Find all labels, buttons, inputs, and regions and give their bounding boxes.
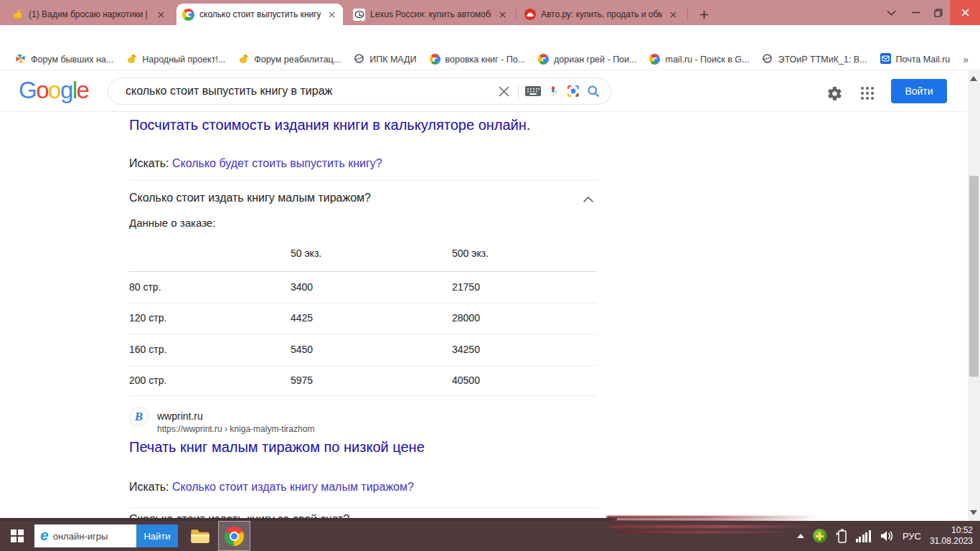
bookmark-label: ЭТОиР ТТМиК_1: В...	[778, 55, 867, 65]
new-tab-button[interactable]	[694, 5, 713, 24]
taskbar: e онлайн-игры Найти РУС 10:52	[0, 521, 980, 551]
tab-close-icon[interactable]	[326, 9, 337, 20]
file-explorer-button[interactable]	[184, 521, 216, 551]
tab-title: сколько стоит выпустить книгу в	[199, 9, 321, 19]
bookmark-ipk-madi[interactable]: ИПК МАДИ	[347, 51, 423, 68]
antivirus-icon[interactable]	[809, 521, 831, 551]
related-search-link[interactable]: Сколько будет стоить выпустить книгу?	[172, 157, 382, 169]
tab-search-chevron-icon[interactable]	[880, 0, 903, 25]
language-indicator[interactable]: РУС	[898, 521, 925, 551]
search-magnifier-icon[interactable]	[583, 81, 603, 101]
chrome-taskbar-button[interactable]	[218, 521, 250, 551]
restore-button[interactable]	[927, 0, 950, 25]
table-cell: 3400	[291, 281, 313, 293]
tab-close-icon[interactable]	[667, 9, 679, 20]
taskbar-search-text[interactable]: онлайн-игры	[53, 531, 136, 542]
tab-lexus[interactable]: Lexus Россия: купить автомобил	[347, 4, 514, 25]
table-row-label: 120 стр.	[129, 312, 166, 324]
start-button[interactable]	[0, 521, 34, 551]
search-query-text[interactable]: сколько стоит выпустить книгу в тираж	[126, 85, 494, 98]
network-signal-icon[interactable]	[852, 521, 875, 551]
taskbar-search-box[interactable]: e онлайн-игры Найти	[34, 524, 178, 547]
wallpaper-streak	[606, 516, 821, 519]
site-breadcrumb[interactable]: https://wwprint.ru › kniga-malym-tirazho…	[157, 424, 314, 434]
google-lens-icon[interactable]	[563, 81, 583, 101]
table-header-500: 500 экз.	[452, 248, 489, 259]
keyboard-icon[interactable]	[523, 81, 543, 101]
clock-date: 31.08.2023	[930, 536, 973, 547]
search-for-label: Искать:	[129, 157, 169, 169]
tab-close-icon[interactable]	[496, 9, 508, 20]
accordion-question-1[interactable]: Сколько стоит издать книгу малым тиражом…	[129, 192, 371, 204]
settings-gear-icon[interactable]	[825, 84, 844, 103]
scrollbar[interactable]	[968, 70, 980, 521]
lexus-favicon-icon	[353, 9, 365, 21]
bookmarks-bar: Форум бывших на... Народный проект!... Ф…	[0, 49, 980, 70]
tab-google-search[interactable]: сколько стоит выпустить книгу в	[176, 4, 343, 25]
bookmark-label: Почта Mail.ru	[896, 55, 951, 65]
scroll-down-icon[interactable]	[970, 510, 977, 515]
bookmark-label: дориан грей - Пои...	[554, 55, 636, 65]
bookmark-forum-reabilitac[interactable]: Форум реабилитац...	[232, 51, 347, 68]
bookmark-etoir[interactable]: ЭТОиР ТТМиК_1: В...	[755, 51, 873, 68]
bookmark-label: Народный проект!...	[142, 55, 225, 65]
voice-search-mic-icon[interactable]	[543, 81, 563, 101]
bookmark-mailru-search[interactable]: mail.ru - Поиск в G...	[643, 52, 755, 67]
google-apps-grid-icon[interactable]	[858, 84, 877, 103]
tab-separator	[687, 7, 688, 20]
google-favicon-icon	[649, 54, 660, 65]
divider	[129, 271, 597, 272]
google-favicon-icon	[538, 54, 549, 65]
scrollbar-thumb[interactable]	[969, 176, 979, 377]
google-search-header: Google сколько стоит выпустить книгу в т…	[0, 70, 968, 112]
table-row-label: 160 стр.	[129, 344, 166, 355]
google-logo[interactable]: Google	[19, 77, 88, 104]
desktop-screen: (1) Вадим бросаю наркотики | С сколько с…	[0, 0, 980, 551]
bookmark-dorian-grey[interactable]: дориан грей - Пои...	[532, 52, 643, 67]
wallpaper-streak	[616, 531, 802, 533]
tray-hidden-icons-chevron[interactable]	[793, 521, 809, 551]
clear-search-icon[interactable]	[494, 81, 514, 101]
bookmarks-overflow-chevron[interactable]: »	[958, 54, 973, 65]
folder-icon	[190, 528, 210, 545]
wwprint-favicon: B	[129, 407, 149, 426]
site-name[interactable]: wwprint.ru	[157, 410, 203, 422]
bookmark-pochta-mailru[interactable]: Почта Mail.ru	[874, 51, 957, 68]
battery-icon[interactable]	[831, 521, 852, 551]
ring-globe-icon	[762, 53, 773, 66]
bookmark-forum-byvshih[interactable]: Форум бывших на...	[9, 51, 120, 68]
taskbar-clock[interactable]: 10:52 31.08.2023	[925, 525, 980, 547]
related-search-row: Искать: Сколько будет стоить выпустить к…	[129, 157, 382, 170]
table-row-label: 200 стр.	[129, 375, 166, 386]
clock-time: 10:52	[930, 525, 973, 536]
bookmark-narodny-proekt[interactable]: Народный проект!...	[120, 51, 232, 68]
close-button[interactable]	[950, 0, 980, 25]
chrome-icon	[225, 527, 244, 546]
table-cell: 34250	[452, 344, 480, 355]
tab-forum[interactable]: (1) Вадим бросаю наркотики | С	[6, 4, 172, 25]
bookmark-vorovka-knig[interactable]: воровка книг - По...	[423, 52, 532, 67]
result-link-wwprint[interactable]: Печать книг малым тиражом по низкой цене	[129, 439, 425, 456]
volume-icon[interactable]	[875, 521, 898, 551]
tab-autoru[interactable]: Авто.ру: купить, продать и обме	[518, 4, 684, 25]
tab-separator	[516, 7, 517, 20]
accordion-question-2[interactable]: Сколько стоит издать книгу за свой счет?	[129, 513, 349, 518]
related-search-link[interactable]: Сколько стоит издать книгу малым тиражом…	[172, 481, 414, 493]
search-input[interactable]: сколько стоит выпустить книгу в тираж	[108, 77, 611, 105]
bookmark-label: mail.ru - Поиск в G...	[665, 55, 749, 65]
taskbar-find-button[interactable]: Найти	[136, 524, 178, 547]
duck-icon	[126, 53, 137, 66]
result-link-calculator[interactable]: Посчитать стоимость издания книги в каль…	[129, 117, 530, 133]
google-favicon-icon	[182, 9, 194, 21]
table-cell: 21750	[452, 281, 480, 293]
related-search-row: Искать: Сколько стоит издать книгу малым…	[129, 481, 414, 494]
minimize-button[interactable]	[904, 0, 927, 25]
signin-button[interactable]: Войти	[891, 79, 947, 103]
bookmark-label: воровка книг - По...	[446, 55, 526, 65]
search-results-page: Посчитать стоимость издания книги в каль…	[0, 112, 968, 518]
wallpaper-streak	[608, 525, 816, 528]
tab-close-icon[interactable]	[155, 9, 166, 20]
scroll-up-icon[interactable]	[970, 76, 977, 81]
google-favicon-icon	[430, 54, 440, 65]
chevron-up-icon[interactable]	[583, 193, 594, 204]
